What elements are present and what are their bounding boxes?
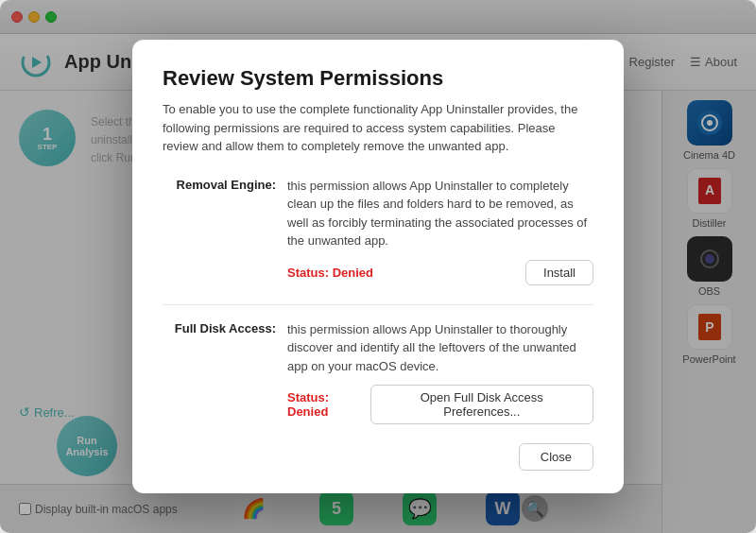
open-disk-prefs-button[interactable]: Open Full Disk Access Preferences... — [370, 385, 593, 424]
close-modal-button[interactable]: Close — [519, 443, 593, 471]
full-disk-access-row: Full Disk Access: this permission allows… — [163, 320, 593, 376]
full-disk-access-status-row: Status: Denied Open Full Disk Access Pre… — [287, 385, 593, 424]
modal-footer: Close — [163, 443, 593, 471]
full-disk-access-desc: this permission allows App Uninstaller t… — [287, 320, 593, 376]
modal-overlay: Review System Permissions To enable you … — [0, 0, 756, 533]
full-disk-access-label: Full Disk Access: — [163, 320, 276, 376]
full-disk-access-status: Status: Denied — [287, 390, 370, 419]
app-window: App Uninstaller ⚙ Settings 🔒 Register ☰ … — [0, 0, 756, 533]
modal-intro: To enable you to use the complete functi… — [163, 100, 593, 156]
removal-engine-section: Removal Engine: this permission allows A… — [163, 177, 593, 285]
removal-engine-label: Removal Engine: — [163, 177, 276, 250]
removal-engine-row: Removal Engine: this permission allows A… — [163, 177, 593, 250]
permissions-modal: Review System Permissions To enable you … — [132, 40, 624, 493]
modal-title: Review System Permissions — [163, 66, 593, 91]
removal-engine-desc: this permission allows App Uninstaller t… — [287, 177, 593, 250]
removal-engine-status-row: Status: Denied Install — [287, 260, 593, 285]
full-disk-access-section: Full Disk Access: this permission allows… — [163, 320, 593, 425]
install-button[interactable]: Install — [525, 260, 593, 285]
removal-engine-status: Status: Denied — [287, 266, 373, 280]
divider — [163, 304, 593, 305]
